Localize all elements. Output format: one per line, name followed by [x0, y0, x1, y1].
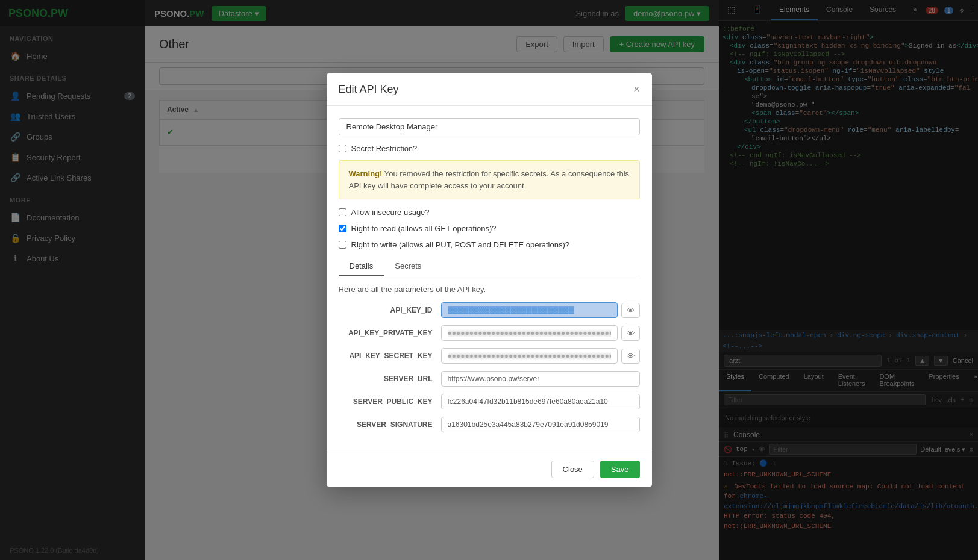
warning-box: Warning! You removed the restriction for…: [339, 160, 640, 199]
api-key-secret-row: API_KEY_SECRET_KEY 👁: [339, 348, 640, 364]
api-key-secret-input[interactable]: [441, 348, 618, 364]
server-public-key-input[interactable]: [441, 394, 640, 409]
title-input-wrap: [339, 118, 640, 135]
modal-close-btn[interactable]: Close: [551, 461, 594, 478]
modal-body: Secret Restriction? Warning! You removed…: [327, 106, 652, 452]
modal-header: Edit API Key ×: [327, 73, 652, 106]
server-signature-row: SERVER_SIGNATURE: [339, 417, 640, 432]
modal-save-btn[interactable]: Save: [600, 461, 640, 478]
modal-close-button[interactable]: ×: [633, 83, 640, 96]
api-key-private-label: API_KEY_PRIVATE_KEY: [339, 329, 441, 337]
secret-restriction-label: Secret Restriction?: [351, 144, 418, 153]
api-key-id-input[interactable]: [441, 302, 618, 318]
modal-title: Edit API Key: [339, 83, 399, 96]
right-read-row: Right to read (allows all GET operations…: [339, 224, 640, 233]
server-url-row: SERVER_URL: [339, 371, 640, 387]
api-key-secret-label: API_KEY_SECRET_KEY: [339, 352, 441, 360]
allow-insecure-checkbox[interactable]: [339, 208, 346, 216]
api-key-id-wrap: 👁: [441, 302, 640, 318]
secret-restriction-row: Secret Restriction?: [339, 144, 640, 153]
allow-insecure-row: Allow insecure usage?: [339, 208, 640, 217]
warning-strong: Warning!: [349, 169, 383, 178]
api-key-private-row: API_KEY_PRIVATE_KEY 👁: [339, 325, 640, 341]
server-url-wrap: [441, 371, 640, 387]
api-key-id-label: API_KEY_ID: [339, 306, 441, 314]
modal-footer: Close Save: [327, 452, 652, 487]
param-desc: Here are all the parameters of the API k…: [339, 285, 640, 294]
right-write-label: Right to write (allows all PUT, POST and…: [351, 240, 569, 249]
server-public-key-row: SERVER_PUBLIC_KEY: [339, 394, 640, 409]
api-key-id-row: API_KEY_ID 👁: [339, 302, 640, 318]
secret-restriction-checkbox[interactable]: [339, 145, 346, 152]
edit-api-key-modal: Edit API Key × Secret Restriction? Warni…: [327, 73, 652, 487]
api-key-private-wrap: 👁: [441, 325, 640, 341]
right-read-label: Right to read (allows all GET operations…: [351, 224, 497, 233]
modal-overlay: Edit API Key × Secret Restriction? Warni…: [0, 0, 978, 560]
tab-bar: Details Secrets: [339, 257, 640, 276]
server-public-key-label: SERVER_PUBLIC_KEY: [339, 397, 441, 406]
warning-text: You removed the restriction for specific…: [349, 169, 630, 190]
api-key-title-input[interactable]: [339, 118, 640, 135]
allow-insecure-label: Allow insecure usage?: [351, 208, 430, 217]
right-read-checkbox[interactable]: [339, 225, 346, 232]
api-key-private-eye-button[interactable]: 👁: [621, 326, 640, 341]
server-url-label: SERVER_URL: [339, 375, 441, 383]
tab-details[interactable]: Details: [339, 257, 384, 276]
right-write-checkbox[interactable]: [339, 241, 346, 249]
api-key-private-input[interactable]: [441, 325, 618, 341]
server-signature-label: SERVER_SIGNATURE: [339, 420, 441, 429]
tab-secrets[interactable]: Secrets: [384, 257, 432, 276]
server-url-input[interactable]: [441, 371, 640, 387]
api-key-id-eye-button[interactable]: 👁: [621, 303, 640, 318]
right-write-row: Right to write (allows all PUT, POST and…: [339, 240, 640, 249]
api-key-secret-wrap: 👁: [441, 348, 640, 364]
api-key-secret-eye-button[interactable]: 👁: [621, 349, 640, 364]
server-signature-input[interactable]: [441, 417, 640, 432]
server-public-key-wrap: [441, 394, 640, 409]
server-signature-wrap: [441, 417, 640, 432]
